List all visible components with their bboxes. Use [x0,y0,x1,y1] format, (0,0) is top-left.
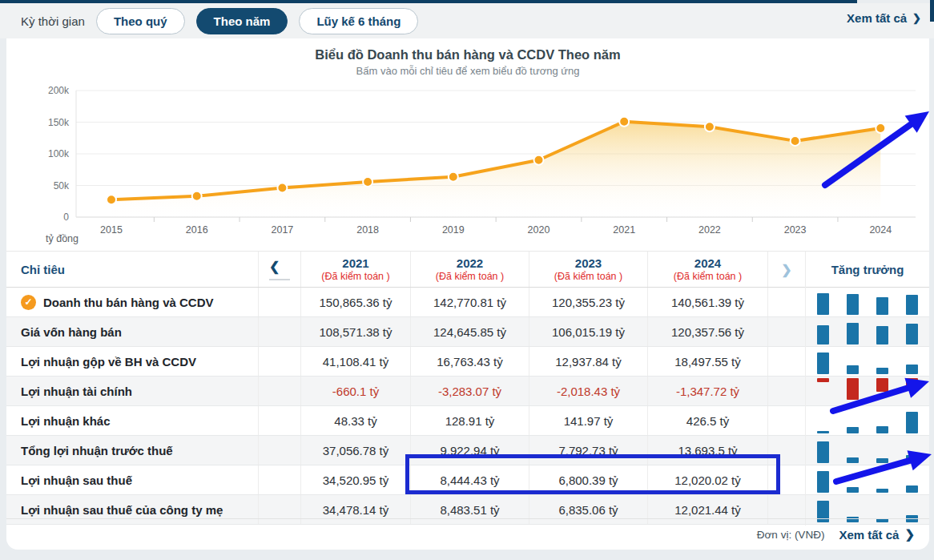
value-2022: 128.91 tỷ [410,406,529,435]
growth-bar-positive [817,441,829,463]
table-row[interactable]: ✓Lợi nhuận khác 48.33 tỷ 128.91 tỷ 141.9… [6,406,929,436]
value-2023: 7,792.73 tỷ [529,436,647,465]
svg-text:2018: 2018 [356,224,379,236]
row-label: Tổng lợi nhuận trước thuế [21,444,173,457]
table-row[interactable]: ✓Lợi nhuận sau thuế 34,520.95 tỷ 8,444.4… [6,465,929,495]
chart-subtitle: Bấm vào mỗi chỉ tiêu để xem biểu đồ tươn… [6,65,929,78]
svg-text:0: 0 [63,212,69,223]
value-2021: -660.1 tỷ [300,377,410,405]
value-2023: -2,018.43 tỷ [529,377,647,405]
value-2023: 106,015.19 tỷ [529,317,647,346]
value-2024: 13,693.5 tỷ [647,436,767,465]
view-all-link-bottom[interactable]: Xem tất cả ❯ [839,527,915,542]
row-nav-spacer [767,317,805,346]
row-nav-spacer [258,406,300,435]
financial-table: Chỉ tiêu ❮ 2021 (Đã kiểm toán ) 2022 (Đã… [6,251,929,525]
svg-text:50k: 50k [54,180,70,191]
audited-note: (Đã kiểm toán ) [321,271,389,283]
svg-text:2020: 2020 [528,224,550,236]
growth-bar-negative [906,378,918,387]
growth-sparkline [805,286,929,318]
growth-bar-positive [876,426,888,433]
table-body: ✓Doanh thu bán hàng và CCDV 150,865.36 t… [6,288,929,525]
value-2024: 140,561.39 tỷ [647,288,767,316]
value-2022: 9,922.94 tỷ [410,436,529,465]
column-header-2024[interactable]: 2024 (Đã kiểm toán ) [647,252,767,287]
row-nav-spacer [258,436,300,465]
svg-text:2022: 2022 [698,224,721,236]
value-2023: 6,800.39 tỷ [529,465,647,494]
growth-sparkline [805,345,929,377]
svg-text:2024: 2024 [869,224,892,236]
scroll-years-right-button[interactable]: ❯ [781,262,791,277]
growth-bar-positive [906,455,918,463]
growth-sparkline [805,375,929,407]
growth-bar-negative [876,378,888,392]
chart-table-card: Biểu đồ Doanh thu bán hàng và CCDV Theo … [6,38,929,550]
view-all-link-top[interactable]: Xem tất cả ❯ [847,11,921,25]
unit-label: Đơn vị: (VNĐ) [757,529,825,541]
nav-underline [269,279,290,280]
top-right-accent-line [930,0,934,22]
table-row[interactable]: ✓Lợi nhuận gộp về BH và CCDV 41,108.41 t… [6,347,929,377]
value-2022: 8,444.43 tỷ [410,465,529,494]
row-label: Lợi nhuận sau thuế [21,473,132,487]
chart-canvas: 050k100k150k200k201520162017201820192020… [6,79,929,249]
growth-bar-positive [906,412,918,433]
svg-text:2021: 2021 [613,224,635,236]
growth-bar-positive [906,485,918,493]
row-nav-spacer [767,288,805,316]
row-label: Lợi nhuận khác [21,414,111,428]
row-nav-spacer [767,347,805,376]
scroll-years-left-button[interactable]: ❮ [269,259,290,280]
tab-luy-ke-6-thang[interactable]: Lũy kế 6 tháng [299,8,418,34]
value-2022: 142,770.81 tỷ [410,288,529,316]
column-header-2023[interactable]: 2023 (Đã kiểm toán ) [529,252,647,287]
growth-bar-positive [817,325,829,344]
column-header-2021[interactable]: 2021 (Đã kiểm toán ) [300,252,410,287]
row-label: Lợi nhuận gộp về BH và CCDV [21,355,196,369]
growth-bar-positive [876,368,888,374]
growth-bar-negative [817,378,829,382]
row-nav-spacer [258,347,300,376]
value-2023: 12,937.84 tỷ [529,347,647,376]
svg-text:100k: 100k [48,148,70,159]
growth-sparkline [805,405,929,437]
table-row[interactable]: ✓Lợi nhuận tài chính -660.1 tỷ -3,283.07… [6,377,929,406]
tab-theo-quy[interactable]: Theo quý [96,8,185,34]
row-label: Lợi nhuận tài chính [21,385,132,398]
table-row[interactable]: ✓Giá vốn hàng bán 108,571.38 tỷ 124,645.… [6,317,929,347]
growth-bar-positive [847,457,859,463]
growth-bar-positive [876,326,888,344]
growth-bar-positive [847,487,859,493]
svg-text:200k: 200k [48,85,70,96]
table-row[interactable]: ✓Tổng lợi nhuận trước thuế 37,056.78 tỷ … [6,436,929,465]
chevron-right-icon: ❯ [912,12,921,24]
value-2021: 37,056.78 tỷ [300,436,410,465]
growth-bar-positive [817,431,829,433]
column-header-2022[interactable]: 2022 (Đã kiểm toán ) [410,252,529,287]
value-2024: 120,357.56 tỷ [647,317,767,346]
row-nav-spacer [767,406,805,435]
growth-bar-positive [906,365,918,374]
audited-note: (Đã kiểm toán ) [674,271,742,283]
check-icon: ✓ [21,295,36,310]
svg-text:150k: 150k [48,117,70,128]
column-header-chi-tieu: Chỉ tiêu [21,263,65,276]
value-2024: 12,020.02 tỷ [647,465,767,494]
top-accent-line [0,0,857,3]
table-row[interactable]: ✓Doanh thu bán hàng và CCDV 150,865.36 t… [6,288,929,317]
column-header-tang-truong: Tăng trưởng [831,263,904,276]
growth-sparkline [805,464,929,496]
growth-bar-positive [847,323,859,344]
row-nav-spacer [258,377,300,405]
growth-bar-positive [847,365,859,374]
value-2021: 108,571.38 tỷ [300,317,410,346]
growth-bar-positive [847,294,859,315]
value-2024: 18,497.55 tỷ [647,347,767,376]
audited-note: (Đã kiểm toán ) [436,271,504,283]
growth-bar-positive [847,427,859,433]
tab-theo-nam[interactable]: Theo năm [196,8,288,34]
growth-bar-positive [876,489,888,493]
value-2021: 48.33 tỷ [300,406,410,435]
